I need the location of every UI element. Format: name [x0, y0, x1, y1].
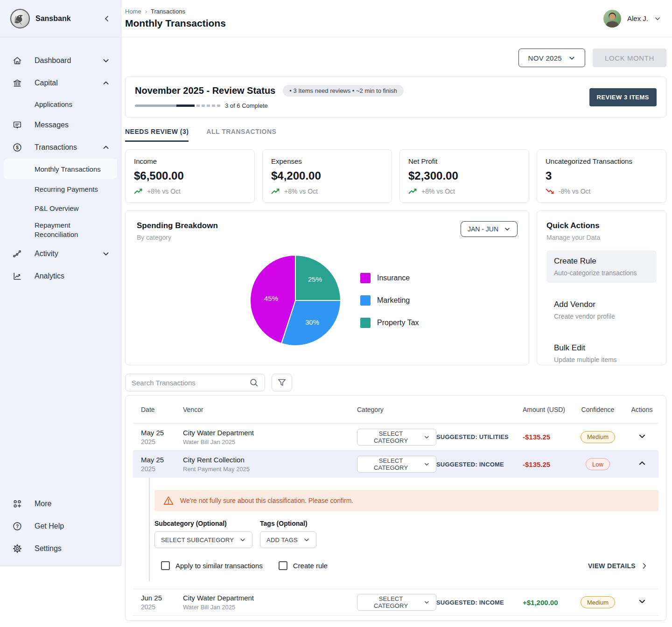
vendor-name: City Water Department — [183, 429, 348, 437]
month-selector-dropdown[interactable]: NOV 2025 — [518, 49, 585, 67]
sidebar-item-label: Capital — [35, 79, 58, 87]
sidebar-item-applications[interactable]: Applications — [0, 95, 121, 113]
lock-month-button[interactable]: LOCK MONTH — [593, 49, 666, 67]
view-details-link[interactable]: VIEW DETAILS — [588, 562, 658, 570]
sidebar-item-more[interactable]: More — [0, 493, 121, 515]
breadcrumb-separator: › — [145, 8, 147, 15]
breadcrumb: Home › Transactions — [125, 8, 226, 15]
month-selector-value: NOV 2025 — [528, 54, 562, 62]
quick-action-title: Add Vendor — [554, 300, 649, 309]
legend-item-marketing: Marketing — [360, 295, 419, 306]
sidebar-item-capital[interactable]: Capital — [0, 72, 121, 94]
review-status-title: November 2025 - Review Status — [135, 85, 275, 96]
sidebar-item-label: Transactions — [35, 143, 77, 152]
sidebar-item-messages[interactable]: Messages — [0, 114, 121, 136]
select-category-dropdown[interactable]: SELECT CATEGORY — [357, 429, 436, 446]
stat-value: $4,200.00 — [271, 169, 383, 182]
sidebar-item-settings[interactable]: Settings — [0, 537, 121, 560]
sidebar-item-dashboard[interactable]: Dashboard — [0, 49, 121, 72]
quick-action-desc: Update multiple items — [554, 356, 649, 363]
subcategory-label: Subcategory (Optional) — [154, 520, 252, 527]
period-selector-value: JAN - JUN — [468, 225, 498, 233]
search-icon[interactable] — [249, 378, 259, 387]
transaction-year: 2025 — [141, 465, 175, 473]
add-tags-dropdown[interactable]: ADD TAGS — [260, 531, 316, 548]
review-progress-bar: 3 of 6 Complete — [135, 102, 404, 109]
sidebar-item-label: Recurring Payments — [35, 185, 98, 193]
chevron-down-icon — [504, 226, 511, 232]
view-details-label: VIEW DETAILS — [588, 562, 636, 570]
tab-needs-review[interactable]: NEEDS REVIEW (3) — [125, 128, 189, 142]
sidebar-item-recurring-payments[interactable]: Recurring Payments — [0, 180, 121, 198]
column-header-category: Category — [348, 406, 436, 413]
pie-label-property-tax: 25% — [308, 275, 322, 283]
stat-label: Income — [134, 157, 246, 165]
user-menu[interactable]: Alex J. — [603, 10, 661, 28]
select-subcategory-dropdown[interactable]: SELECT SUBCATEGORY — [154, 531, 252, 548]
sidebar-item-get-help[interactable]: ? Get Help — [0, 515, 121, 537]
quick-action-add-vendor[interactable]: Add Vendor Create vendor profile — [546, 294, 657, 326]
collapse-sidebar-icon[interactable] — [102, 14, 112, 23]
period-selector-dropdown[interactable]: JAN - JUN — [461, 221, 518, 237]
select-category-dropdown[interactable]: SELECT CATEGORY — [357, 594, 436, 611]
quick-actions-card: Quick Actions Manage your Data Create Ru… — [537, 210, 666, 365]
sidebar-nav: Dashboard Capital Applications Messages — [0, 37, 121, 287]
transactions-table: Date Vencor Category Amount (USD) Confid… — [125, 395, 666, 621]
transaction-amount: -$135.25 — [523, 433, 570, 441]
legend-label: Property Tax — [377, 319, 419, 327]
activity-route-icon — [12, 248, 23, 259]
stat-delta-label: +8% vs Oct — [421, 188, 455, 195]
confidence-badge: Low — [586, 458, 610, 470]
chevron-down-icon — [424, 434, 430, 440]
filter-button[interactable] — [272, 374, 292, 391]
sidebar-item-activity[interactable]: Activity — [0, 243, 121, 265]
vendor-name: City Water Department — [183, 594, 348, 602]
chevron-down-icon — [424, 599, 430, 606]
sidebar-item-label: Messages — [35, 121, 69, 129]
create-rule-checkbox[interactable] — [279, 561, 287, 570]
expand-row-button[interactable] — [625, 597, 658, 607]
quick-action-desc: Create vendor profile — [554, 313, 649, 320]
apply-similar-checkbox[interactable] — [161, 561, 170, 570]
breadcrumb-home-link[interactable]: Home — [125, 8, 141, 15]
sidebar-item-repayment-reconciliation[interactable]: Repayment Reconciliation — [0, 218, 107, 242]
sidebar: Sansbank Dashboard Capital Applications — [0, 0, 121, 566]
select-category-label: SELECT CATEGORY — [364, 430, 418, 444]
sidebar-item-label: Analytics — [35, 272, 64, 280]
quick-action-create-rule[interactable]: Create Rule Auto-categorize transactions — [546, 251, 657, 283]
stat-value: $6,500.00 — [134, 169, 246, 182]
transaction-memo: Water Bill Jan 2025 — [183, 439, 348, 446]
chevron-down-icon — [102, 250, 110, 258]
chart-legend: Insurance Marketing Property Tax — [360, 273, 419, 340]
quick-action-bulk-edit[interactable]: Bulk Edit Update multiple items — [546, 337, 657, 369]
more-apps-icon — [12, 498, 23, 509]
stat-value: 3 — [546, 169, 658, 182]
chevron-up-icon — [102, 144, 110, 151]
tags-label: Tags (Optional) — [260, 520, 316, 527]
transaction-memo: Rent Payment May 2025 — [183, 466, 348, 473]
legend-label: Insurance — [377, 274, 410, 282]
chevron-down-icon — [638, 597, 646, 606]
select-category-label: SELECT CATEGORY — [364, 595, 418, 609]
main-content: NOV 2025 LOCK MONTH November 2025 - Revi… — [121, 37, 672, 627]
sidebar-item-label: Settings — [35, 544, 62, 553]
transactions-tabs: NEEDS REVIEW (3) ALL TRANSACTIONS — [125, 128, 666, 142]
trend-up-icon — [134, 188, 143, 195]
review-items-button[interactable]: REVIEW 3 ITEMS — [589, 88, 657, 106]
column-header-vendor: Vencor — [175, 406, 348, 413]
sidebar-item-pl-overview[interactable]: P&L Overview — [0, 199, 121, 217]
chevron-down-icon — [654, 15, 661, 22]
sidebar-item-monthly-transactions[interactable]: Monthly Transactions — [4, 159, 117, 179]
collapse-row-button[interactable] — [625, 459, 658, 469]
sidebar-logo-row: Sansbank — [0, 0, 121, 37]
search-box — [125, 374, 265, 391]
expand-row-button[interactable] — [625, 432, 658, 442]
select-category-dropdown[interactable]: SELECT CATEGORY — [357, 456, 436, 473]
quick-actions-subtitle: Manage your Data — [546, 234, 657, 241]
column-header-date: Date — [133, 406, 175, 413]
chevron-right-icon — [641, 562, 648, 570]
sidebar-item-analytics[interactable]: Analytics — [0, 265, 121, 287]
search-input[interactable] — [132, 379, 249, 387]
tab-all-transactions[interactable]: ALL TRANSACTIONS — [206, 128, 276, 142]
sidebar-item-transactions[interactable]: $ Transactions — [0, 136, 121, 159]
